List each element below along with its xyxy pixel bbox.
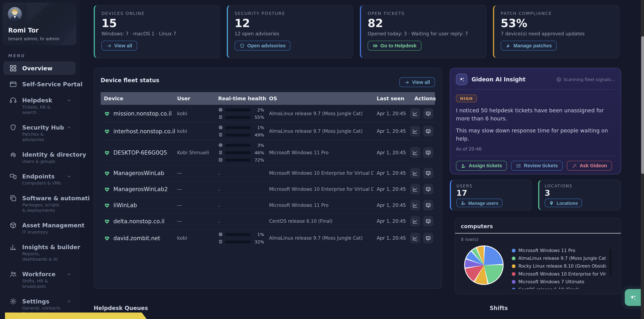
- patch-compliance-button[interactable]: Manage patches: [501, 41, 557, 51]
- device-metrics-button[interactable]: [410, 168, 420, 178]
- legend-item[interactable]: Microsoft Windows 10 Enterprise for Virt…: [512, 271, 606, 277]
- mini-cards-row: USERS 17 Manage users LOCATIONS 3 Locati…: [450, 180, 621, 210]
- device-user: Kobi Shmueli: [174, 150, 215, 155]
- sidebar-item-asset-management[interactable]: Asset ManagementIT inventory: [3, 218, 76, 238]
- device-metrics-button[interactable]: [410, 233, 420, 243]
- device-metrics-button[interactable]: [410, 126, 420, 137]
- ask-gideon-button[interactable]: Ask Gideon: [567, 161, 612, 170]
- chartline-icon: [412, 202, 418, 208]
- fleet-title: Device fleet status: [101, 77, 159, 84]
- chartline-icon: [412, 111, 418, 116]
- chartline-icon: [412, 235, 418, 241]
- device-last-seen: Apr 1, 20:45: [374, 218, 411, 224]
- legend-item[interactable]: Rocky Linux release 8.10 (Green Obsidian…: [512, 263, 606, 269]
- table-row: ManagerosWinLab—-Microsoft Windows 10 En…: [101, 165, 435, 181]
- scrollbar-thumb[interactable]: [641, 36, 644, 174]
- sidebar-item-software-automation[interactable]: Software & automatiPackages, scripts & d…: [3, 191, 76, 216]
- profile-card[interactable]: Romi Tor tenant admin, hr admin: [2, 3, 76, 45]
- column-header-os: OS: [266, 95, 374, 102]
- ram-usage-value: 49%: [253, 132, 264, 137]
- security-posture-button[interactable]: Open advisories: [234, 41, 290, 51]
- devices-online-button[interactable]: View all: [102, 41, 137, 51]
- stat-subtext: 7 device(s) need approved updates: [501, 31, 612, 37]
- manage-users-button[interactable]: Manage users: [456, 199, 502, 207]
- device-metrics-button[interactable]: [410, 147, 420, 158]
- headset-icon: [10, 97, 17, 104]
- bottom-banner-strip: [5, 312, 147, 319]
- pin-icon: [549, 200, 554, 206]
- cpu-usage-bar: [225, 144, 250, 147]
- sidebar-item-self-service-portal[interactable]: Self-Service Portal: [3, 77, 76, 91]
- locations-count: 3: [545, 188, 615, 197]
- assign-tickets-button[interactable]: Assign tickets: [456, 161, 507, 170]
- legend-item[interactable]: AlmaLinux release 9.7 (Moss Jungle Cat): [512, 256, 606, 261]
- device-remote-button[interactable]: [423, 108, 434, 119]
- column-header-user: User: [174, 95, 215, 102]
- stat-cards-row: DEVICES ONLINE15Windows: 7 · macOS 1 · L…: [94, 5, 619, 58]
- sidebar-item-overview[interactable]: Overview: [3, 61, 76, 75]
- radar-icon: [556, 77, 561, 82]
- page-scrollbar[interactable]: [641, 0, 644, 319]
- device-name: david.zombit.net: [101, 235, 174, 241]
- stat-title: DEVICES ONLINE: [102, 11, 213, 16]
- fleet-view-all-button[interactable]: View all: [399, 77, 435, 87]
- stat-value: 12: [234, 17, 346, 30]
- sidebar-item-insights-builder[interactable]: Insights & builderReports, dashboards & …: [3, 240, 76, 265]
- table-row: interhost.nonstop.co.ilkobi1%49%AlmaLinu…: [101, 122, 435, 140]
- cpu-icon: [218, 143, 223, 148]
- device-os: AlmaLinux release 9.7 (Moss Jungle Cat): [266, 129, 374, 134]
- table-row: IiWinLab—-Microsoft Windows 11 ProApr 1,…: [101, 197, 435, 213]
- stat-title: OPEN TICKETS: [368, 11, 480, 16]
- device-metrics-button[interactable]: [410, 184, 420, 194]
- ai-assistant-fab[interactable]: [625, 289, 641, 306]
- sidebar-menu: OverviewSelf-Service PortalHelpdeskTicke…: [0, 61, 79, 319]
- insight-text-1: I noticed 50 helpdesk tickets have been …: [456, 107, 615, 123]
- monitor-icon: [426, 202, 431, 208]
- stat-subtext: 12 open advisories: [234, 31, 346, 37]
- table-row: ManagerosWinLab2—-Microsoft Windows 10 E…: [101, 181, 435, 197]
- device-os: Microsoft Windows 11 Pro: [266, 150, 374, 155]
- device-metrics-button[interactable]: [410, 108, 420, 119]
- grid-icon: [10, 65, 17, 72]
- device-remote-button[interactable]: [423, 200, 434, 210]
- sidebar-item-helpdesk[interactable]: HelpdeskTickets, KB & search: [3, 93, 76, 118]
- monitor-icon: [426, 111, 431, 116]
- copies-icon: [10, 194, 17, 202]
- chartline-icon: [412, 129, 418, 134]
- legend-item[interactable]: CentOS release 6.10 (Final): [512, 287, 606, 289]
- chevdown-icon: [66, 174, 72, 179]
- cpu-usage-value: 1%: [253, 232, 264, 237]
- sidebar-item-endpoints[interactable]: EndpointsComputers & VMs: [3, 169, 76, 189]
- locations-button[interactable]: Locations: [545, 199, 582, 207]
- heart-icon: [104, 186, 110, 192]
- legend-item[interactable]: Microsoft Windows 7 Ultimate: [512, 279, 606, 284]
- device-metrics-button[interactable]: [410, 216, 420, 226]
- cpu-usage-bar: [225, 233, 250, 236]
- open-tickets-button[interactable]: Go to Helpdesk: [368, 41, 422, 51]
- ticket-icon: [372, 43, 378, 48]
- users-count: 17: [456, 188, 526, 197]
- os-pie-chart: [464, 245, 504, 285]
- device-remote-button[interactable]: [423, 233, 434, 243]
- device-user: —: [174, 186, 215, 192]
- arrowright-icon: [404, 80, 410, 85]
- sparkles-icon: [629, 294, 637, 301]
- review-tickets-button[interactable]: Review tickets: [511, 161, 563, 170]
- chart-icon: [10, 243, 17, 251]
- legend-item[interactable]: Microsoft Windows 11 Pro: [512, 248, 606, 253]
- ram-usage-bar: [225, 151, 250, 154]
- avatar: [8, 7, 22, 21]
- insight-title: Gideon AI Insight: [472, 76, 552, 83]
- sidebar-item-security-hub[interactable]: Security HubPatches & advisories: [3, 120, 76, 145]
- sidebar-item-workforce[interactable]: WorkforceShifts, HR & broadcasts: [3, 267, 76, 292]
- monitor-icon: [426, 235, 431, 241]
- table-row: DESKTOP-6E6G0Q5Kobi Shmueli3%46%72%Micro…: [101, 140, 435, 165]
- device-metrics-button[interactable]: [410, 200, 420, 210]
- device-remote-button[interactable]: [423, 216, 434, 226]
- device-remote-button[interactable]: [423, 168, 434, 178]
- device-remote-button[interactable]: [423, 184, 434, 194]
- device-remote-button[interactable]: [423, 126, 434, 137]
- legend-scrollbar[interactable]: [610, 249, 612, 275]
- sidebar-item-identity-directory[interactable]: Identity & directoryUsers & groups: [3, 148, 76, 167]
- device-remote-button[interactable]: [423, 147, 434, 158]
